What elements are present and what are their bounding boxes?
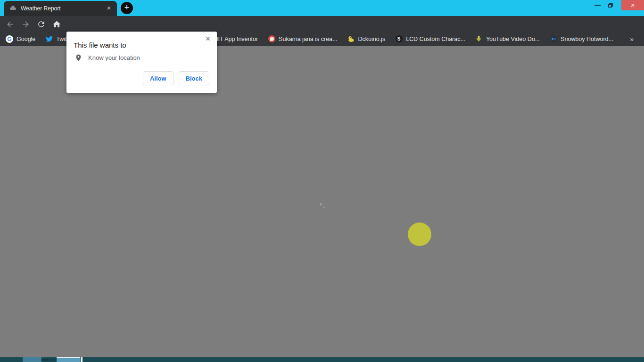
browser-tab[interactable]: Weather Report ×	[4, 1, 117, 16]
new-tab-button[interactable]: +	[121, 2, 133, 14]
tab-title: Weather Report	[21, 5, 105, 12]
bookmark-lcd-custom[interactable]: S LCD Custom Charac...	[395, 35, 465, 43]
forward-icon[interactable]	[20, 18, 31, 30]
patreon-icon	[268, 35, 275, 43]
page-speck	[323, 206, 325, 208]
snowboy-icon	[550, 35, 557, 43]
allow-button[interactable]: Allow	[143, 71, 173, 85]
twitter-icon	[45, 35, 53, 43]
taskbar-active-app-segment[interactable]	[57, 357, 80, 362]
bookmark-youtube-downloader[interactable]: YouTube Video Do...	[475, 35, 540, 43]
page-content	[0, 46, 644, 357]
home-icon[interactable]	[51, 18, 62, 30]
taskbar-dotted-segment[interactable]	[41, 359, 57, 361]
window-titlebar: Weather Report × + ×	[0, 0, 644, 16]
location-pin-icon	[74, 54, 83, 62]
duck-icon	[347, 35, 355, 43]
permission-row: Know your location	[74, 54, 140, 62]
bookmark-sukarna[interactable]: Sukarna jana is crea...	[268, 35, 337, 43]
dialog-buttons: Allow Block	[143, 71, 209, 85]
taskbar	[0, 357, 644, 362]
browser-toolbar: i File C:/Users/VAIO/Desktop/Web%20Appli…	[0, 16, 644, 32]
window-controls: ×	[594, 0, 644, 10]
reload-icon[interactable]	[35, 18, 47, 30]
taskbar-app-segment[interactable]	[23, 357, 41, 362]
bookmark-google[interactable]: G Google	[6, 35, 35, 43]
google-icon: G	[6, 35, 13, 43]
location-permission-dialog: × This file wants to Know your location …	[66, 32, 217, 93]
dialog-close-icon[interactable]: ×	[204, 34, 212, 43]
minimize-button[interactable]	[594, 5, 601, 6]
weather-favicon-icon	[10, 8, 16, 10]
tab-close-icon[interactable]: ×	[105, 4, 113, 13]
download-arrow-icon	[475, 35, 483, 43]
bookmark-snowboy[interactable]: Snowboy Hotword...	[550, 35, 613, 43]
dialog-title: This file wants to	[74, 41, 126, 49]
restore-button[interactable]	[608, 3, 613, 8]
bookmarks-overflow-icon[interactable]: »	[630, 32, 634, 46]
back-icon[interactable]	[4, 18, 16, 30]
permission-label: Know your location	[88, 54, 140, 61]
page-speck	[320, 203, 322, 206]
block-button[interactable]: Block	[179, 71, 209, 85]
lcd-icon: S	[395, 35, 403, 43]
taskbar-tick[interactable]	[81, 357, 83, 362]
sun-circle	[408, 222, 431, 246]
close-window-button[interactable]: ×	[621, 0, 644, 10]
bookmark-dckuino[interactable]: Dckuino.js	[347, 35, 385, 43]
